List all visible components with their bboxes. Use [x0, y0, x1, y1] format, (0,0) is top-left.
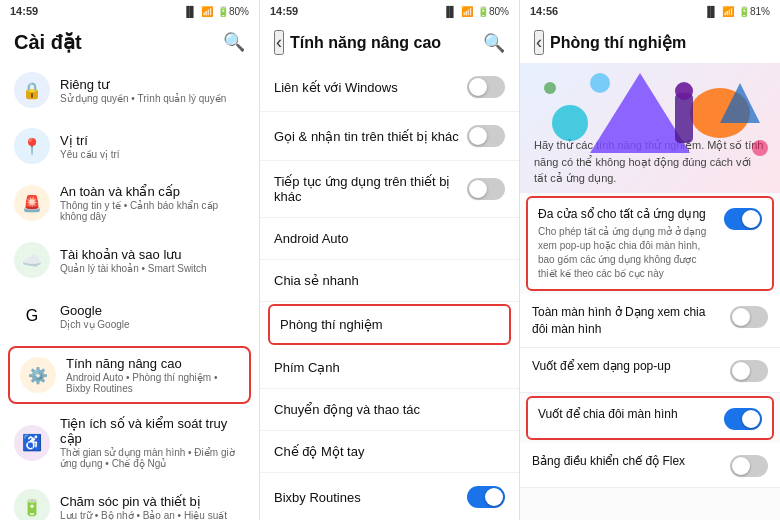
mid-item-9[interactable]: Bixby Routines	[260, 473, 519, 520]
item-icon-0: 🔒	[14, 72, 50, 108]
right-item-3[interactable]: Vuốt để chia đôi màn hình	[526, 396, 774, 440]
mid-item-2[interactable]: Tiếp tục ứng dụng trên thiết bị khác	[260, 161, 519, 218]
mid-item-3[interactable]: Android Auto	[260, 218, 519, 260]
mid-item-0[interactable]: Liên kết với Windows	[260, 63, 519, 112]
item-text-0: Riêng tưSử dụng quyền • Trình quản lý qu…	[60, 77, 245, 104]
item-text-5: Tính năng nâng caoAndroid Auto • Phòng t…	[66, 356, 239, 394]
left-panel: 14:59 ▐▌ 📶 🔋80% Cài đặt 🔍 🔒Riêng tưSử dụ…	[0, 0, 260, 520]
mid-item-5[interactable]: Phòng thí nghiệm	[268, 304, 511, 345]
battery-mid: 🔋80%	[477, 6, 509, 17]
item-title-5: Tính năng nâng cao	[66, 356, 239, 371]
right-toggle-dot-2	[732, 362, 750, 380]
right-back-group: ‹ Phòng thí nghiệm	[534, 30, 686, 55]
toggle-dot-9	[485, 488, 503, 506]
mid-back-group: ‹ Tính năng nâng cao	[274, 30, 441, 55]
mid-item-label-5: Phòng thí nghiệm	[280, 317, 499, 332]
item-icon-5: ⚙️	[20, 357, 56, 393]
right-back-button[interactable]: ‹	[534, 30, 544, 55]
mid-item-6[interactable]: Phím Cạnh	[260, 347, 519, 389]
mid-item-label-3: Android Auto	[274, 231, 505, 246]
right-item-text-0: Đa cửa sổ cho tất cả ứng dụngCho phép tấ…	[538, 206, 716, 281]
settings-item-5[interactable]: ⚙️Tính năng nâng caoAndroid Auto • Phòng…	[8, 346, 251, 404]
wifi-icon-right: 📶	[722, 6, 734, 17]
item-subtitle-6: Thời gian sử dụng màn hình • Điểm giờ ứn…	[60, 447, 245, 469]
mid-item-1[interactable]: Gọi & nhận tin trên thiết bị khác	[260, 112, 519, 161]
toggle-1[interactable]	[467, 125, 505, 147]
item-subtitle-7: Lưu trữ • Bộ nhớ • Bảo an • Hiệu suất	[60, 510, 245, 521]
left-search-button[interactable]: 🔍	[223, 31, 245, 53]
right-item-title-1: Toàn màn hình ở Dạng xem chia đôi màn hì…	[532, 304, 722, 338]
toggle-2[interactable]	[467, 178, 505, 200]
svg-rect-7	[675, 93, 693, 143]
toggle-dot-1	[469, 127, 487, 145]
settings-item-3[interactable]: ☁️Tài khoản và sao lưuQuản lý tài khoản …	[0, 232, 259, 288]
settings-item-4[interactable]: GGoogleDịch vụ Google	[0, 288, 259, 344]
banner-decoration	[520, 63, 780, 193]
item-title-7: Chăm sóc pin và thiết bị	[60, 494, 245, 509]
right-item-1[interactable]: Toàn màn hình ở Dạng xem chia đôi màn hì…	[520, 294, 780, 349]
item-subtitle-1: Yêu cầu vị trí	[60, 149, 245, 160]
right-toggle-1[interactable]	[730, 306, 768, 328]
settings-item-0[interactable]: 🔒Riêng tưSử dụng quyền • Trình quản lý q…	[0, 62, 259, 118]
item-icon-3: ☁️	[14, 242, 50, 278]
mid-panel: 14:59 ▐▌ 📶 🔋80% ‹ Tính năng nâng cao 🔍 L…	[260, 0, 520, 520]
toggle-dot-2	[469, 180, 487, 198]
status-bar-right: 14:56 ▐▌ 📶 🔋81%	[520, 0, 780, 22]
mid-item-7[interactable]: Chuyển động và thao tác	[260, 389, 519, 431]
item-subtitle-0: Sử dụng quyền • Trình quản lý quyền	[60, 93, 245, 104]
toggle-9[interactable]	[467, 486, 505, 508]
left-title: Cài đặt	[14, 30, 82, 54]
settings-item-7[interactable]: 🔋Chăm sóc pin và thiết bịLưu trữ • Bộ nh…	[0, 479, 259, 520]
right-toggle-0[interactable]	[724, 208, 762, 230]
battery-left: 🔋80%	[217, 6, 249, 17]
toggle-0[interactable]	[467, 76, 505, 98]
svg-point-4	[752, 140, 768, 156]
right-toggle-2[interactable]	[730, 360, 768, 382]
right-item-0[interactable]: Đa cửa sổ cho tất cả ứng dụngCho phép tấ…	[526, 196, 774, 291]
mid-header: ‹ Tính năng nâng cao 🔍	[260, 22, 519, 63]
wifi-icon-mid: 📶	[461, 6, 473, 17]
settings-item-2[interactable]: 🚨An toàn và khẩn cấpThông tin y tế • Cản…	[0, 174, 259, 232]
item-subtitle-4: Dịch vụ Google	[60, 319, 245, 330]
left-header: Cài đặt 🔍	[0, 22, 259, 62]
right-toggle-dot-1	[732, 308, 750, 326]
item-subtitle-2: Thông tin y tế • Cảnh báo khẩn cấp không…	[60, 200, 245, 222]
item-icon-1: 📍	[14, 128, 50, 164]
right-panel: 14:56 ▐▌ 📶 🔋81% ‹ Phòng thí nghiệm	[520, 0, 780, 520]
item-title-6: Tiện ích số và kiểm soát truy cập	[60, 416, 245, 446]
item-text-7: Chăm sóc pin và thiết bịLưu trữ • Bộ nhớ…	[60, 494, 245, 521]
mid-item-label-1: Gọi & nhận tin trên thiết bị khác	[274, 129, 467, 144]
svg-point-8	[675, 82, 693, 100]
mid-item-8[interactable]: Chế độ Một tay	[260, 431, 519, 473]
right-toggle-3[interactable]	[724, 408, 762, 430]
right-title: Phòng thí nghiệm	[550, 33, 686, 52]
settings-item-1[interactable]: 📍Vị tríYêu cầu vị trí	[0, 118, 259, 174]
lab-banner: Hãy thử các tính năng thử nghiệm. Một số…	[520, 63, 780, 193]
status-bar-mid: 14:59 ▐▌ 📶 🔋80%	[260, 0, 519, 22]
svg-point-5	[544, 82, 556, 94]
item-title-3: Tài khoản và sao lưu	[60, 247, 245, 262]
mid-list: Liên kết với WindowsGọi & nhận tin trên …	[260, 63, 519, 520]
mid-item-4[interactable]: Chia sẻ nhanh	[260, 260, 519, 302]
mid-item-label-0: Liên kết với Windows	[274, 80, 467, 95]
right-item-title-4: Bảng điều khiển chế độ Flex	[532, 453, 722, 470]
item-title-0: Riêng tư	[60, 77, 245, 92]
right-item-2[interactable]: Vuốt để xem dạng pop-up	[520, 348, 780, 393]
mid-item-label-8: Chế độ Một tay	[274, 444, 505, 459]
right-item-title-0: Đa cửa sổ cho tất cả ứng dụng	[538, 206, 716, 223]
mid-search-button[interactable]: 🔍	[483, 32, 505, 54]
right-toggle-dot-0	[742, 210, 760, 228]
signal-icon-mid: ▐▌	[443, 6, 457, 17]
item-text-1: Vị tríYêu cầu vị trí	[60, 133, 245, 160]
time-mid: 14:59	[270, 5, 298, 17]
right-content: Hãy thử các tính năng thử nghiệm. Một số…	[520, 63, 780, 520]
mid-item-label-7: Chuyển động và thao tác	[274, 402, 505, 417]
right-item-title-3: Vuốt để chia đôi màn hình	[538, 406, 716, 423]
right-item-title-2: Vuốt để xem dạng pop-up	[532, 358, 722, 375]
mid-back-button[interactable]: ‹	[274, 30, 284, 55]
right-toggle-4[interactable]	[730, 455, 768, 477]
item-text-2: An toàn và khẩn cấpThông tin y tế • Cảnh…	[60, 184, 245, 222]
settings-item-6[interactable]: ♿Tiện ích số và kiểm soát truy cậpThời g…	[0, 406, 259, 479]
right-items-list: Đa cửa sổ cho tất cả ứng dụngCho phép tấ…	[520, 196, 780, 488]
right-item-4[interactable]: Bảng điều khiển chế độ Flex	[520, 443, 780, 488]
